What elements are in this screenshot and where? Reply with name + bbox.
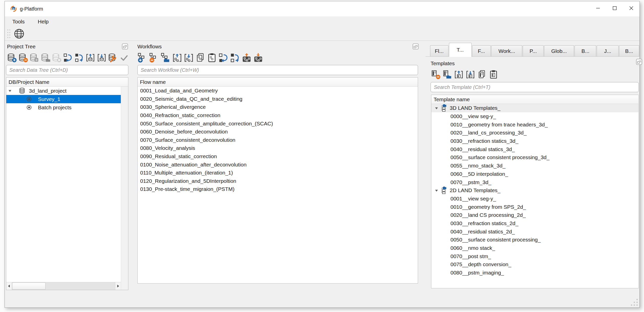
workflow-remove-icon[interactable] <box>149 53 159 63</box>
redo-icon[interactable] <box>230 53 240 63</box>
tab-f[interactable]: F... <box>472 45 491 56</box>
template-item[interactable]: 0030__refraction statics_3d_ <box>431 137 638 145</box>
template-item[interactable]: 0020__land CS processing_2d_ <box>431 211 638 219</box>
list-item[interactable]: 0090_Residual_static_correction <box>138 152 418 161</box>
list-item[interactable]: 0060_Denoise_before_deconvolution <box>138 128 418 136</box>
template-item[interactable]: 0050__surface consistent processing_ <box>431 236 638 244</box>
template-item[interactable]: 0001__view seg-y_ <box>431 195 638 203</box>
workflow-paste-icon[interactable] <box>207 53 217 63</box>
template-paste-icon[interactable] <box>488 70 499 80</box>
template-copy-icon[interactable] <box>477 70 487 80</box>
database-copy-icon[interactable] <box>41 53 51 63</box>
database-clear-icon[interactable] <box>52 53 62 63</box>
template-item[interactable]: 0060__nmo stack_ <box>431 244 638 252</box>
scrollbar-thumb[interactable] <box>12 283 46 290</box>
database-remove-icon[interactable] <box>18 53 28 63</box>
workflow-open-icon[interactable] <box>161 53 171 63</box>
workflow-search-input[interactable] <box>137 65 418 75</box>
list-item[interactable]: 0120_Regularization_and_5DInterpoltion <box>138 177 418 185</box>
template-item[interactable]: 0040__residual statics_3d_ <box>431 145 638 153</box>
maximize-button[interactable] <box>606 1 623 15</box>
tab-b[interactable]: B... <box>575 45 596 56</box>
list-item[interactable]: 0050_Surface_consistent_amplitude_correc… <box>138 119 418 128</box>
tree-item[interactable]: Batch projects <box>6 103 121 112</box>
template-item[interactable]: 0010__geometry from trace headers_3d_ <box>431 120 638 129</box>
list-item[interactable]: 0100_Noise_attenuation_after_deconvoluti… <box>138 160 418 169</box>
tab-j[interactable]: J... <box>597 45 618 56</box>
database-add-icon[interactable] <box>7 53 17 63</box>
redo-icon[interactable] <box>74 53 84 63</box>
template-import-icon[interactable] <box>465 70 475 80</box>
radio-icon <box>26 105 32 110</box>
tab-glob[interactable]: Glob... <box>544 45 574 56</box>
toolbar-drag-handle[interactable] <box>7 29 11 39</box>
resize-grip[interactable] <box>630 298 638 306</box>
template-item[interactable]: 0070__post stm_ <box>431 252 638 260</box>
horizontal-scrollbar[interactable] <box>6 282 121 290</box>
database-import-icon[interactable] <box>97 53 106 63</box>
workflow-export-run-icon[interactable] <box>242 53 252 63</box>
project-tree-column-header[interactable]: DB/Project Name <box>6 78 128 87</box>
template-item[interactable]: 0020__land_cs_processing_3d_ <box>431 129 638 137</box>
template-item[interactable]: 0070__pstm_3d_ <box>431 178 638 186</box>
workflow-add-icon[interactable] <box>137 53 147 63</box>
tab-t[interactable]: T... <box>449 43 472 57</box>
template-item[interactable]: 0000__view seg-y_ <box>431 112 638 121</box>
list-item[interactable]: 0130_Pre-stack_time_migraion_(PSTM) <box>138 185 418 193</box>
template-open-icon[interactable] <box>442 70 452 80</box>
tab-work[interactable]: Work... <box>491 45 522 56</box>
template-remove-icon[interactable] <box>431 70 441 80</box>
database-list-icon[interactable] <box>29 53 39 63</box>
template-item[interactable]: 0055__nmo_stack_3d_ <box>431 162 638 170</box>
template-item[interactable]: 0050__surface consistent processing_3d_ <box>431 153 638 162</box>
project-search-input[interactable] <box>6 65 128 75</box>
list-item[interactable]: 0110_Multiple_attenuation_(iteration_1) <box>138 169 418 177</box>
workflow-list-column-header[interactable]: Flow name <box>138 78 418 87</box>
template-item[interactable]: 0040__residual statics_2d_ <box>431 227 638 236</box>
tree-item[interactable]: Survey_1 <box>6 95 121 103</box>
scroll-right-icon[interactable] <box>115 282 121 290</box>
vertical-scrollbar[interactable] <box>121 87 128 290</box>
list-item[interactable]: 0040_Refraction_static_correction <box>138 111 418 120</box>
database-wrench-icon[interactable] <box>108 53 118 63</box>
template-item[interactable]: 0010__geometry from SPS_2d_ <box>431 203 638 211</box>
workflow-export-icon[interactable] <box>172 53 182 63</box>
expander-icon[interactable] <box>434 188 438 192</box>
template-item[interactable]: 0080__pstm_imaging_ <box>431 269 638 277</box>
globe-button[interactable] <box>13 28 25 40</box>
list-item[interactable]: 0030_Spherical_divergence <box>138 103 418 111</box>
template-group-item[interactable]: 3D LAND Templates_ <box>431 104 638 112</box>
template-export-icon[interactable] <box>454 70 464 80</box>
menu-tools[interactable]: Tools <box>10 18 27 26</box>
expander-icon[interactable] <box>434 106 438 110</box>
list-item[interactable]: 0070_Surface_consistent_deconvolution <box>138 136 418 144</box>
scroll-left-icon[interactable] <box>6 282 12 290</box>
expander-icon[interactable] <box>8 89 12 93</box>
float-panel-icon[interactable] <box>412 43 419 50</box>
minimize-button[interactable] <box>590 1 606 15</box>
template-group-item[interactable]: 2D LAND Templates_ <box>431 186 638 195</box>
list-item[interactable]: 0020_Seismic_data_QC_and_trace_editing <box>138 95 418 103</box>
template-search-input[interactable] <box>431 82 639 92</box>
list-item[interactable]: 0001_Load_data_and_Geometry <box>138 87 418 95</box>
tab-fl[interactable]: Fl... <box>430 45 448 56</box>
template-item[interactable]: 0030__refraction statics_2d_ <box>431 219 638 228</box>
close-button[interactable] <box>623 1 639 15</box>
template-item[interactable]: 0075__depth conversion_ <box>431 260 638 269</box>
undo-icon[interactable] <box>63 53 73 63</box>
workflow-import-icon[interactable] <box>184 53 194 63</box>
workflow-copy-icon[interactable] <box>195 53 205 63</box>
menu-help[interactable]: Help <box>36 18 51 26</box>
tree-item[interactable]: 3d_land_project <box>6 87 121 95</box>
tab-p[interactable]: P... <box>523 45 543 56</box>
float-panel-icon[interactable] <box>122 43 128 50</box>
check-icon[interactable] <box>119 53 129 63</box>
template-tree-column-header[interactable]: Template name <box>431 95 638 104</box>
database-export-icon[interactable] <box>86 53 95 63</box>
float-panel-icon[interactable] <box>636 59 642 65</box>
undo-icon[interactable] <box>218 53 229 63</box>
tab-b[interactable]: B... <box>619 45 639 56</box>
list-item[interactable]: 0080_Velocity_analysis <box>138 144 418 152</box>
workflow-import-run-icon[interactable] <box>253 53 263 63</box>
template-item[interactable]: 0060__5D interpolation_ <box>431 170 638 178</box>
